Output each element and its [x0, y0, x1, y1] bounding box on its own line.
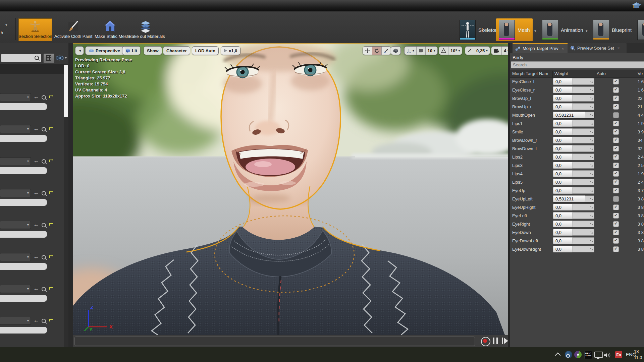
camera-icon[interactable]: [491, 47, 502, 55]
asset-tab-skeleton[interactable]: Skeleton: [457, 18, 500, 41]
scale-tool-button[interactable]: [382, 47, 391, 55]
reset-to-default-icon[interactable]: [49, 318, 54, 322]
browse-to-asset-icon[interactable]: [42, 319, 46, 323]
activate-cloth-paint-button[interactable]: Activate Cloth Paint: [54, 18, 92, 41]
close-icon[interactable]: ×: [618, 46, 620, 50]
asset-value-bar[interactable]: [0, 295, 47, 302]
auto-checkbox[interactable]: [613, 79, 619, 84]
weight-spinbox[interactable]: 0,0: [553, 137, 594, 143]
auto-checkbox[interactable]: [613, 196, 619, 202]
asset-value-bar[interactable]: [0, 103, 47, 110]
column-verts[interactable]: Ve: [638, 71, 643, 76]
reset-to-default-icon[interactable]: [49, 254, 54, 259]
weight-spinbox[interactable]: 0,581231: [553, 195, 594, 202]
perspective-button[interactable]: Perspective: [85, 46, 125, 55]
auto-checkbox[interactable]: [613, 238, 619, 244]
language-badge[interactable]: En: [615, 351, 622, 358]
auto-checkbox[interactable]: [613, 112, 619, 118]
column-name[interactable]: Morph Target Nam: [512, 71, 548, 76]
weight-spinbox[interactable]: 0,581231: [553, 112, 594, 118]
browse-to-asset-icon[interactable]: [42, 287, 46, 291]
section-selection-button[interactable]: Section Selection: [18, 18, 52, 41]
record-button[interactable]: [481, 337, 490, 346]
reset-to-default-icon[interactable]: [49, 126, 54, 131]
auto-checkbox[interactable]: [613, 179, 619, 185]
panel-splitter[interactable]: [68, 43, 73, 347]
morph-target-row[interactable]: MouthOpen 0,581231 4 4: [510, 111, 644, 119]
morph-target-row[interactable]: Lips1 0,0 1 9: [510, 119, 644, 128]
weight-spinbox[interactable]: 0,0: [553, 78, 594, 85]
asset-value-bar[interactable]: [0, 327, 47, 334]
asset-tab-animation[interactable]: Animation: [539, 18, 586, 41]
animation-tab-chevron-down-icon[interactable]: ▾: [586, 29, 588, 33]
weight-spinbox[interactable]: 0,0: [553, 170, 594, 177]
weight-spinbox[interactable]: 0,0: [553, 103, 594, 110]
grid-icon[interactable]: [417, 47, 426, 55]
morph-target-row[interactable]: EyeDownRight 0,0 3 8: [510, 245, 644, 253]
browse-to-asset-icon[interactable]: [42, 223, 46, 227]
pause-button[interactable]: [493, 338, 498, 344]
weight-spinbox[interactable]: 0,0: [553, 120, 594, 127]
weight-spinbox[interactable]: 0,0: [553, 221, 594, 227]
auto-checkbox[interactable]: [613, 104, 619, 110]
weight-spinbox[interactable]: 0,0: [553, 204, 594, 210]
use-selected-arrow-icon[interactable]: ←: [33, 221, 39, 228]
use-selected-arrow-icon[interactable]: ←: [33, 253, 39, 260]
asset-dropdown[interactable]: ▾: [0, 285, 31, 293]
viewport-options-button[interactable]: ▼: [75, 46, 84, 55]
morph-target-row[interactable]: Lips2 0,0 2 4: [510, 153, 644, 161]
angle-snap-icon[interactable]: [439, 47, 448, 55]
morph-target-row[interactable]: Smile 0,0 3 9: [510, 128, 644, 136]
morph-target-row[interactable]: EyeClose_r 0,0 1 6: [510, 86, 644, 94]
auto-checkbox[interactable]: [613, 129, 619, 135]
morph-target-row[interactable]: BrowUp_r 0,0 21: [510, 103, 644, 111]
browse-to-asset-icon[interactable]: [42, 127, 46, 131]
browse-to-asset-icon[interactable]: [42, 95, 46, 100]
weight-spinbox[interactable]: 0,0: [553, 237, 594, 244]
weight-spinbox[interactable]: 0,0: [553, 128, 594, 135]
toolbar-partial-button[interactable]: ▾ h: [0, 17, 15, 42]
visibility-filter-button[interactable]: [55, 54, 68, 62]
epic-games-tray-icon[interactable]: EPICGAMES: [584, 351, 592, 359]
morph-target-row[interactable]: EyeLeft 0,0 3 8: [510, 212, 644, 220]
morph-search-input[interactable]: [511, 61, 644, 68]
morph-target-row[interactable]: EyeUpLeft 0,581231 3 8: [510, 195, 644, 203]
lens-app-tray-icon[interactable]: [574, 351, 582, 358]
browse-to-asset-icon[interactable]: [42, 191, 46, 195]
weight-spinbox[interactable]: 0,0: [553, 86, 594, 93]
tutorials-graduation-cap-icon[interactable]: [632, 2, 641, 9]
auto-checkbox[interactable]: [613, 213, 619, 219]
tray-overflow-chevron-icon[interactable]: [555, 353, 561, 358]
asset-value-bar[interactable]: [0, 167, 47, 174]
clock[interactable]: 18 11.0: [634, 349, 644, 361]
browse-to-asset-icon[interactable]: [42, 255, 46, 259]
asset-dropdown[interactable]: ▾: [0, 253, 31, 261]
use-selected-arrow-icon[interactable]: ←: [33, 317, 39, 324]
network-display-tray-icon[interactable]: [594, 352, 603, 358]
auto-checkbox[interactable]: [613, 204, 619, 210]
auto-checkbox[interactable]: [613, 246, 619, 252]
morph-target-row[interactable]: BrowDown_l 0,0 32: [510, 144, 644, 153]
step-forward-button[interactable]: [502, 338, 508, 344]
use-selected-arrow-icon[interactable]: ←: [33, 189, 39, 196]
weight-spinbox[interactable]: 0,0: [553, 212, 594, 219]
asset-tab-partial[interactable]: [635, 18, 644, 41]
auto-checkbox[interactable]: [613, 146, 619, 152]
details-scrollbar[interactable]: [64, 64, 68, 347]
auto-checkbox[interactable]: [613, 230, 619, 235]
reset-to-default-icon[interactable]: [49, 94, 54, 99]
morph-target-row[interactable]: EyeUpRight 0,0 3 8: [510, 203, 644, 212]
make-static-mesh-button[interactable]: Make Static Mesh: [95, 18, 125, 41]
asset-dropdown[interactable]: ▾: [0, 189, 31, 197]
morph-target-row[interactable]: BrowUp_l 0,0 22: [510, 94, 644, 103]
scrollbar-thumb[interactable]: [64, 65, 68, 117]
translate-tool-button[interactable]: [363, 47, 372, 55]
rotate-tool-button[interactable]: [372, 47, 382, 55]
weight-spinbox[interactable]: 0,0: [553, 145, 594, 152]
playback-speed-button[interactable]: x1,0: [221, 46, 240, 55]
show-menu-button[interactable]: Show: [144, 46, 162, 55]
browse-to-asset-icon[interactable]: [42, 159, 46, 164]
morph-target-row[interactable]: Lips4 0,0 1 9: [510, 170, 644, 178]
bake-out-materials-button[interactable]: Bake out Materials: [129, 18, 162, 41]
weight-spinbox[interactable]: 0,0: [553, 229, 594, 236]
